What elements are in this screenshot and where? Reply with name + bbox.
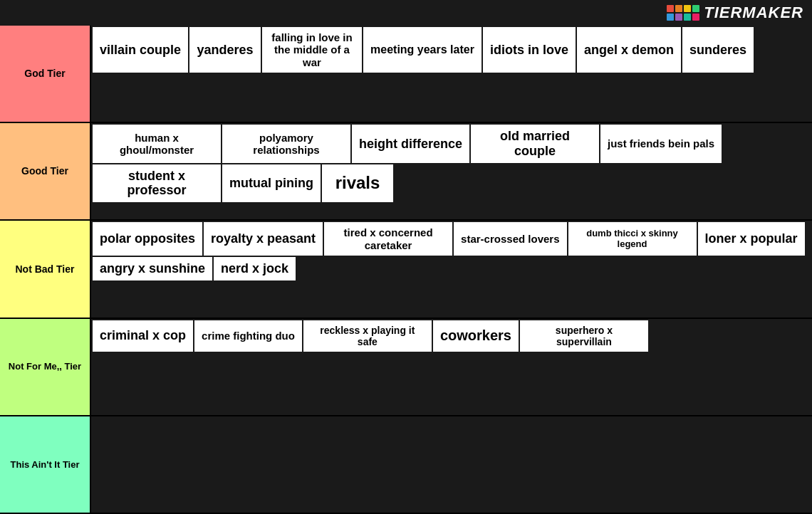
tier-item[interactable]: royalty x peasant <box>204 222 323 256</box>
tier-row-notforme: Not For Me,, Tier criminal x cop crime f… <box>0 319 812 416</box>
tier-label-god: God Tier <box>0 26 90 122</box>
tier-item[interactable]: loner x popular <box>698 222 805 256</box>
tiermaker-logo: TiERMAKER <box>667 4 803 22</box>
tier-item[interactable]: polar opposites <box>93 222 202 256</box>
tier-item[interactable]: falling in love in the middle of a war <box>262 27 362 73</box>
tier-label-thisaintit: This Ain't It Tier <box>0 416 90 513</box>
tier-label-notforme: Not For Me,, Tier <box>0 319 90 415</box>
tier-item[interactable]: dumb thicci x skinny legend <box>568 222 697 256</box>
tiermaker-container: TiERMAKER God Tier villain couple yander… <box>0 0 812 514</box>
tier-item[interactable]: sunderes <box>682 27 754 73</box>
logo-cell-5 <box>667 14 674 21</box>
tier-item[interactable]: tired x concerned caretaker <box>324 222 452 256</box>
tier-item[interactable]: coworkers <box>433 320 519 352</box>
logo-cell-1 <box>667 5 674 12</box>
logo-text: TiERMAKER <box>704 4 803 22</box>
tier-label-notbad: Not Bad Tier <box>0 221 90 317</box>
tier-item[interactable]: student x professor <box>93 164 221 202</box>
tier-item[interactable]: rivals <box>322 164 393 202</box>
logo-cell-6 <box>675 14 682 21</box>
logo-cell-2 <box>675 5 682 12</box>
tier-item[interactable]: nerd x jock <box>214 257 296 280</box>
tier-item[interactable]: human x ghoul/monster <box>93 125 221 162</box>
tier-item[interactable]: idiots in love <box>483 27 576 73</box>
tier-content-notforme: criminal x cop crime fighting duo reckle… <box>90 319 812 415</box>
tier-item[interactable]: crime fighting duo <box>194 320 302 352</box>
tier-item[interactable]: angel x demon <box>577 27 681 73</box>
tier-item[interactable]: just friends bein pals <box>600 125 722 162</box>
tier-item[interactable]: reckless x playing it safe <box>303 320 432 352</box>
tier-row-thisaintit: This Ain't It Tier <box>0 416 812 514</box>
tier-item[interactable]: criminal x cop <box>93 320 193 352</box>
tier-label-good: Good Tier <box>0 123 90 219</box>
logo-grid <box>667 5 699 21</box>
tier-item[interactable]: angry x sunshine <box>93 257 212 280</box>
logo-cell-3 <box>684 5 691 12</box>
tier-item[interactable]: old married couple <box>471 125 599 162</box>
tier-item[interactable]: mutual pining <box>222 164 321 202</box>
tier-item[interactable]: star-crossed lovers <box>454 222 566 256</box>
tier-content-god: villain couple yanderes falling in love … <box>90 26 812 122</box>
tier-item[interactable]: meeting years later <box>363 27 482 73</box>
tier-item[interactable]: superhero x supervillain <box>520 320 648 352</box>
tier-row-notbad: Not Bad Tier polar opposites royalty x p… <box>0 221 812 318</box>
logo-cell-8 <box>692 14 699 21</box>
tier-content-thisaintit <box>90 416 812 513</box>
tier-item[interactable]: villain couple <box>93 27 188 73</box>
tier-row-good: Good Tier human x ghoul/monster polyamor… <box>0 123 812 221</box>
tiers-container: God Tier villain couple yanderes falling… <box>0 26 812 514</box>
logo-cell-4 <box>692 5 699 12</box>
tier-item[interactable]: height difference <box>352 125 469 162</box>
tier-row-god: God Tier villain couple yanderes falling… <box>0 26 812 123</box>
tier-item[interactable]: polyamory relationships <box>222 125 350 162</box>
header: TiERMAKER <box>0 0 812 26</box>
tier-content-good: human x ghoul/monster polyamory relation… <box>90 123 812 219</box>
tier-item[interactable]: yanderes <box>189 27 261 73</box>
tier-content-notbad: polar opposites royalty x peasant tired … <box>90 221 812 317</box>
logo-cell-7 <box>684 14 691 21</box>
